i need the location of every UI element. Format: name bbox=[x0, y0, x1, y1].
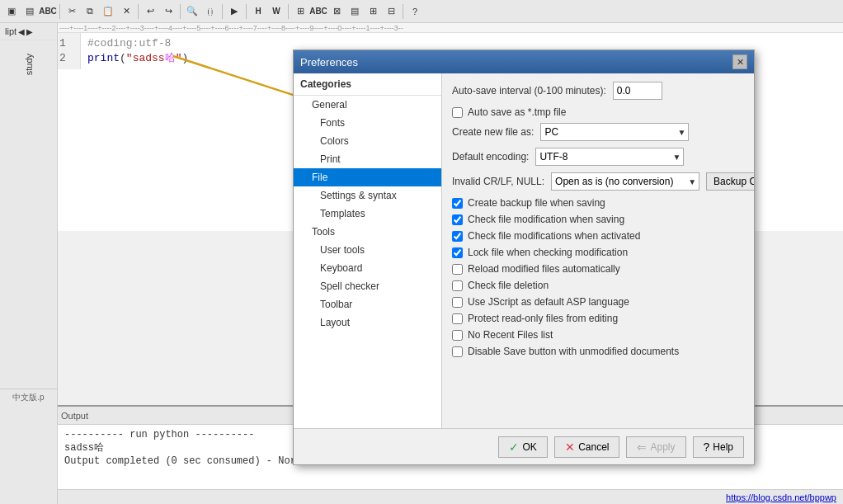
cancel-label: Cancel bbox=[578, 441, 609, 453]
cb-lock-row: Lock file when checking modification bbox=[452, 247, 744, 258]
cat-tools[interactable]: Tools bbox=[294, 223, 441, 241]
cb-disable-save-label: Disable Save button with unmodified docu… bbox=[468, 346, 679, 357]
cb-jscript-label: Use JScript as default ASP language bbox=[468, 296, 629, 308]
cb-backup-label: Create backup file when saving bbox=[468, 197, 605, 209]
help-label: Help bbox=[713, 441, 733, 453]
cat-layout[interactable]: Layout bbox=[294, 313, 441, 332]
help-button[interactable]: ? Help bbox=[693, 436, 744, 458]
toolbar-w[interactable]: W bbox=[268, 3, 285, 20]
dialog-close-button[interactable]: ✕ bbox=[732, 54, 747, 69]
cat-toolbar[interactable]: Toolbar bbox=[294, 295, 441, 313]
dialog-titlebar: Preferences ✕ bbox=[294, 50, 754, 73]
invalid-crlf-select[interactable]: Open as is (no conversion) Convert to CR… bbox=[551, 172, 699, 191]
ok-button[interactable]: ✓ OK bbox=[498, 436, 548, 458]
toolbar-table[interactable]: ▤ bbox=[346, 3, 363, 20]
cat-templates[interactable]: Templates bbox=[294, 205, 441, 223]
toolbar-undo[interactable]: ↩ bbox=[142, 3, 158, 20]
encoding-select[interactable]: UTF-8 ANSI Unicode bbox=[535, 148, 684, 166]
cat-user-tools[interactable]: User tools bbox=[294, 241, 441, 259]
invalid-crlf-label: Invalid CR/LF, NULL: bbox=[452, 176, 544, 187]
encoding-select-wrapper: UTF-8 ANSI Unicode bbox=[535, 148, 684, 166]
sidebar-arrow-right[interactable]: ▶ bbox=[26, 27, 33, 36]
cb-readonly-label: Protect read-only files from editing bbox=[468, 313, 618, 324]
cb-jscript[interactable] bbox=[452, 297, 463, 308]
toolbar-collapse[interactable]: ⊟ bbox=[383, 3, 399, 20]
cat-colors[interactable]: Colors bbox=[294, 132, 441, 150]
cb-reload[interactable] bbox=[452, 264, 463, 275]
cancel-button[interactable]: ✕ Cancel bbox=[554, 436, 619, 458]
dialog-close-icon: ✕ bbox=[737, 57, 744, 68]
toolbar-grid[interactable]: ⊞ bbox=[292, 3, 308, 20]
cb-reload-row: Reload modified files automatically bbox=[452, 263, 744, 275]
cb-no-recent[interactable] bbox=[452, 330, 463, 341]
toolbar-search[interactable]: 🔍 bbox=[184, 3, 200, 20]
toolbar-expand[interactable]: ⊞ bbox=[365, 3, 381, 20]
cb-check-mod-save-row: Check file modification when saving bbox=[452, 214, 744, 225]
toolbar-btn-1[interactable]: ▣ bbox=[3, 3, 20, 20]
cb-check-mod-save[interactable] bbox=[452, 214, 463, 225]
cb-reload-label: Reload modified files automatically bbox=[468, 263, 620, 275]
toolbar-cut[interactable]: ✂ bbox=[64, 3, 80, 20]
ok-icon: ✓ bbox=[509, 440, 519, 454]
backup-options-button[interactable]: Backup Options... bbox=[706, 172, 754, 191]
cb-check-del-label: Check file deletion bbox=[468, 280, 549, 291]
toolbar-sep-5 bbox=[246, 4, 247, 19]
toolbar-close[interactable]: ✕ bbox=[118, 3, 134, 20]
help-icon: ? bbox=[704, 440, 710, 454]
cat-keyboard[interactable]: Keyboard bbox=[294, 259, 441, 277]
apply-button[interactable]: ⇐ Apply bbox=[626, 436, 685, 458]
toolbar-sep-4 bbox=[222, 4, 223, 19]
toolbar-abc2[interactable]: ABC bbox=[310, 3, 327, 20]
autosave-label: Auto-save interval (0-100 minutes): bbox=[452, 85, 606, 97]
cb-check-mod-activated[interactable] bbox=[452, 231, 463, 242]
dialog-footer: ✓ OK ✕ Cancel ⇐ Apply ? Help bbox=[294, 428, 754, 464]
autosave-tmp-row: Auto save as *.tmp file bbox=[452, 106, 744, 118]
invalid-crlf-row: Invalid CR/LF, NULL: Open as is (no conv… bbox=[452, 172, 744, 191]
encoding-row: Default encoding: UTF-8 ANSI Unicode bbox=[452, 148, 744, 166]
create-new-label: Create new file as: bbox=[452, 126, 534, 138]
toolbar-redo[interactable]: ↪ bbox=[160, 3, 177, 20]
settings-panel: Auto-save interval (0-100 minutes): Auto… bbox=[442, 73, 754, 428]
categories-header: Categories bbox=[294, 73, 441, 96]
cat-settings-syntax[interactable]: Settings & syntax bbox=[294, 186, 441, 205]
cb-readonly[interactable] bbox=[452, 313, 463, 324]
toolbar-replace[interactable]: ⟮⟯ bbox=[202, 3, 219, 20]
toolbar-h[interactable]: H bbox=[250, 3, 266, 20]
cb-no-recent-row: No Recent Files list bbox=[452, 329, 744, 341]
cb-lock[interactable] bbox=[452, 247, 463, 258]
line-numbers: 1 2 bbox=[58, 33, 81, 69]
create-new-select[interactable]: PC Unix Mac bbox=[540, 123, 689, 141]
cat-fonts[interactable]: Fonts bbox=[294, 114, 441, 132]
sidebar-study-label: study bbox=[21, 47, 37, 82]
toolbar-sep-1 bbox=[59, 4, 60, 19]
cat-print[interactable]: Print bbox=[294, 150, 441, 168]
toolbar-sep-6 bbox=[288, 4, 289, 19]
autosave-tmp-checkbox[interactable] bbox=[452, 107, 463, 118]
autosave-input[interactable] bbox=[613, 82, 662, 100]
sidebar-tab[interactable]: lipt ◀ ▶ bbox=[0, 23, 57, 40]
toolbar-paste[interactable]: 📋 bbox=[100, 3, 116, 20]
toolbar-copy[interactable]: ⧉ bbox=[82, 3, 98, 20]
ok-label: OK bbox=[522, 441, 536, 453]
toolbar-box[interactable]: ⊠ bbox=[328, 3, 345, 20]
toolbar-help[interactable]: ? bbox=[407, 3, 423, 20]
invalid-crlf-select-wrapper: Open as is (no conversion) Convert to CR… bbox=[551, 172, 699, 191]
cb-backup[interactable] bbox=[452, 198, 463, 209]
cb-disable-save-row: Disable Save button with unmodified docu… bbox=[452, 346, 744, 357]
ruler: ----+----1----+----2----+----3----+----4… bbox=[58, 23, 843, 33]
toolbar-sep-2 bbox=[138, 4, 139, 19]
toolbar-btn-2[interactable]: ▤ bbox=[21, 3, 38, 20]
cat-spell-checker[interactable]: Spell checker bbox=[294, 277, 441, 295]
cb-check-mod-activated-row: Check file modifications when activated bbox=[452, 230, 744, 242]
dialog-body: Categories General Fonts Colors Print Fi… bbox=[294, 73, 754, 428]
cb-readonly-row: Protect read-only files from editing bbox=[452, 313, 744, 324]
toolbar-sep-7 bbox=[403, 4, 403, 19]
cb-disable-save[interactable] bbox=[452, 346, 463, 357]
cat-file[interactable]: File bbox=[294, 168, 441, 186]
cb-check-del[interactable] bbox=[452, 280, 463, 291]
cat-general[interactable]: General bbox=[294, 96, 441, 114]
sidebar-arrow-left[interactable]: ◀ bbox=[18, 27, 25, 36]
toolbar-btn-3[interactable]: ABC bbox=[40, 3, 56, 20]
cb-no-recent-label: No Recent Files list bbox=[468, 329, 553, 341]
toolbar-run[interactable]: ▶ bbox=[226, 3, 243, 20]
